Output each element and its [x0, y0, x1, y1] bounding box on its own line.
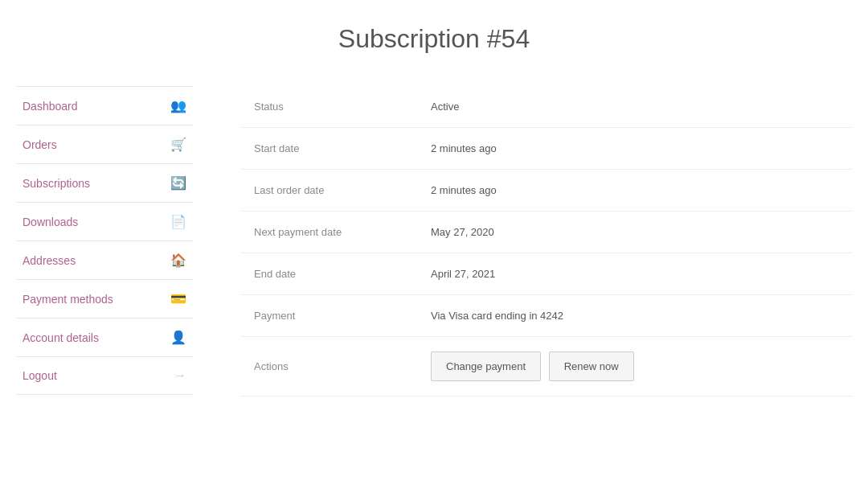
renew-now-button[interactable]: Renew now — [549, 351, 634, 381]
field-key: End date — [241, 253, 418, 295]
sidebar-item-label-orders: Orders — [23, 138, 57, 151]
subscription-field-row: Start date2 minutes ago — [241, 128, 852, 170]
field-value: 2 minutes ago — [418, 170, 852, 212]
field-value: May 27, 2020 — [418, 212, 852, 253]
field-key: Start date — [241, 128, 418, 170]
field-key: Last order date — [241, 170, 418, 212]
sidebar-item-downloads[interactable]: Downloads📄 — [16, 203, 193, 241]
field-value: Active — [418, 86, 852, 128]
subscription-field-row: Last order date2 minutes ago — [241, 170, 852, 212]
sidebar-item-label-subscriptions: Subscriptions — [23, 177, 90, 190]
sidebar-item-label-dashboard: Dashboard — [23, 100, 78, 113]
field-value: Via Visa card ending in 4242 — [418, 295, 852, 337]
page-title: Subscription #54 — [0, 0, 868, 86]
sidebar: Dashboard👥Orders🛒Subscriptions🔄Downloads… — [16, 86, 193, 489]
sidebar-item-dashboard[interactable]: Dashboard👥 — [16, 87, 193, 125]
field-key: Status — [241, 86, 418, 128]
main-content: StatusActiveStart date2 minutes agoLast … — [193, 86, 852, 489]
subscription-field-row: PaymentVia Visa card ending in 4242 — [241, 295, 852, 337]
sidebar-item-label-addresses: Addresses — [23, 254, 76, 267]
sidebar-item-icon-account-details: 👤 — [170, 330, 186, 345]
field-key: Next payment date — [241, 212, 418, 253]
sidebar-item-label-downloads: Downloads — [23, 216, 78, 228]
subscription-field-row: Next payment dateMay 27, 2020 — [241, 212, 852, 253]
sidebar-item-logout[interactable]: Logout→ — [16, 357, 193, 395]
sidebar-item-icon-subscriptions: 🔄 — [170, 175, 186, 191]
sidebar-item-icon-payment-methods: 💳 — [170, 291, 186, 306]
sidebar-item-icon-logout: → — [174, 368, 186, 383]
sidebar-item-icon-addresses: 🏠 — [170, 253, 186, 268]
actions-row: Actions Change payment Renew now — [241, 337, 852, 397]
sidebar-item-orders[interactable]: Orders🛒 — [16, 125, 193, 164]
sidebar-item-payment-methods[interactable]: Payment methods💳 — [16, 280, 193, 318]
subscription-table: StatusActiveStart date2 minutes agoLast … — [241, 86, 852, 397]
subscription-field-row: StatusActive — [241, 86, 852, 128]
sidebar-item-icon-orders: 🛒 — [170, 137, 186, 152]
actions-cell: Change payment Renew now — [418, 337, 852, 397]
field-value: 2 minutes ago — [418, 128, 852, 170]
page-wrapper: Subscription #54 Dashboard👥Orders🛒Subscr… — [0, 0, 868, 489]
sidebar-item-subscriptions[interactable]: Subscriptions🔄 — [16, 164, 193, 203]
content-area: Dashboard👥Orders🛒Subscriptions🔄Downloads… — [0, 86, 868, 489]
sidebar-item-label-payment-methods: Payment methods — [23, 293, 113, 306]
field-value: April 27, 2021 — [418, 253, 852, 295]
change-payment-button[interactable]: Change payment — [431, 351, 541, 381]
sidebar-item-addresses[interactable]: Addresses🏠 — [16, 241, 193, 280]
sidebar-item-account-details[interactable]: Account details👤 — [16, 318, 193, 357]
sidebar-item-label-account-details: Account details — [23, 331, 99, 344]
sidebar-item-icon-downloads: 📄 — [170, 214, 186, 229]
sidebar-item-icon-dashboard: 👥 — [170, 98, 186, 113]
sidebar-item-label-logout: Logout — [23, 369, 57, 382]
actions-label: Actions — [241, 337, 418, 397]
field-key: Payment — [241, 295, 418, 337]
subscription-field-row: End dateApril 27, 2021 — [241, 253, 852, 295]
